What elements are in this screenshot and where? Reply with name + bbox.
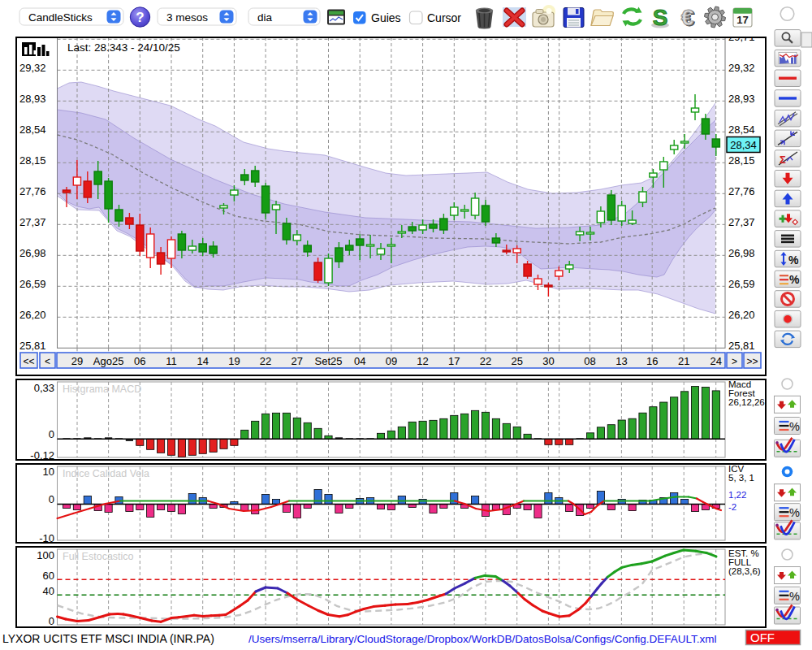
svg-text:0: 0 [49,615,54,627]
svg-text:28,15: 28,15 [19,154,46,167]
svg-text:27,76: 27,76 [19,185,46,197]
svg-text:>: > [732,356,737,367]
svg-text:10: 10 [43,466,54,478]
svg-text:-10: -10 [39,532,54,544]
svg-text:27,37: 27,37 [19,216,46,228]
svg-text:12: 12 [417,355,428,367]
svg-text:€: € [681,5,694,30]
svg-text:26,20: 26,20 [19,309,46,321]
svg-text:>>: >> [746,356,758,367]
svg-text:3 mesos: 3 mesos [166,11,208,24]
svg-text:0,33: 0,33 [34,382,54,394]
svg-text:<<: << [23,356,34,367]
svg-text:30: 30 [542,355,554,367]
svg-text:25: 25 [511,355,522,367]
svg-text:100: 100 [37,549,54,561]
svg-text:OFF: OFF [750,630,775,644]
svg-text:Σ: Σ [780,154,786,166]
svg-text:26,98: 26,98 [19,247,46,259]
svg-text:21: 21 [678,355,689,367]
svg-text:28,93: 28,93 [728,93,755,105]
svg-text:08: 08 [584,355,595,367]
svg-text:26,20: 26,20 [728,309,755,321]
svg-text:CandleSticks: CandleSticks [28,11,93,24]
svg-text:13: 13 [615,355,627,367]
svg-text:Guies: Guies [371,11,401,24]
svg-text:24: 24 [710,355,721,367]
svg-text:25,81: 25,81 [728,340,755,352]
svg-text:Last: 28.343 - 24/10/25: Last: 28.343 - 24/10/25 [67,41,180,54]
svg-text:19: 19 [228,355,240,367]
svg-text:26,12,26: 26,12,26 [728,397,765,407]
svg-text:-2: -2 [728,502,736,512]
svg-text:Histgrama MACD: Histgrama MACD [63,384,141,395]
svg-text:Ago25: Ago25 [93,355,124,367]
svg-text:25,81: 25,81 [19,340,46,352]
svg-text:-0,12: -0,12 [30,449,54,462]
svg-text:27,37: 27,37 [728,216,755,228]
svg-text:LYXOR UCITS ETF MSCI INDIA (IN: LYXOR UCITS ETF MSCI INDIA (INR.PA) [2,632,214,645]
svg-text:28,34: 28,34 [730,139,757,151]
svg-text:?: ? [136,10,144,25]
svg-text:26,98: 26,98 [728,247,755,259]
svg-text:60: 60 [43,570,54,582]
svg-text:%: % [789,590,800,603]
svg-text:Full Estocastico: Full Estocastico [63,551,134,562]
svg-text:Set25: Set25 [315,355,343,367]
svg-text:%: % [789,420,800,433]
svg-text:dia: dia [257,11,273,24]
svg-text:0: 0 [49,493,54,505]
svg-text:11: 11 [166,355,177,367]
svg-text:06: 06 [134,355,145,367]
svg-text:29,32: 29,32 [728,62,755,74]
svg-text:%: % [789,506,800,519]
svg-text:28,54: 28,54 [19,124,46,136]
svg-text:/Users/mserra/Library/CloudSto: /Users/mserra/Library/CloudStorage/Dropb… [248,633,716,645]
svg-text:27: 27 [292,355,303,367]
svg-text:29,32: 29,32 [19,62,46,74]
svg-text:29: 29 [71,355,83,367]
svg-text:16: 16 [646,355,658,367]
svg-text:40: 40 [43,585,54,597]
svg-text:28,54: 28,54 [728,124,755,136]
svg-text:04: 04 [354,355,365,367]
svg-text:<: < [45,356,50,367]
svg-text:27,76: 27,76 [728,185,755,197]
svg-text:17: 17 [448,355,460,367]
svg-text:28,15: 28,15 [728,154,755,167]
svg-text:26,59: 26,59 [19,278,46,290]
svg-text:Cursor: Cursor [427,11,461,24]
svg-text:1,22: 1,22 [728,490,746,500]
svg-text:22: 22 [260,355,271,367]
svg-text:14: 14 [197,355,208,367]
svg-text:5, 3, 1: 5, 3, 1 [728,473,754,483]
svg-text:Indice Calidad Vela: Indice Calidad Vela [63,468,149,479]
svg-text:17: 17 [736,14,748,26]
svg-text:%: % [788,254,799,266]
svg-text:26,59: 26,59 [728,278,755,290]
svg-text:22: 22 [480,355,491,367]
svg-text:0: 0 [49,428,54,440]
svg-text:28,93: 28,93 [19,93,46,105]
svg-text:09: 09 [386,355,397,367]
svg-text:S: S [653,5,668,30]
svg-text:(28,3,6): (28,3,6) [728,566,761,576]
svg-text:%: % [789,273,800,286]
